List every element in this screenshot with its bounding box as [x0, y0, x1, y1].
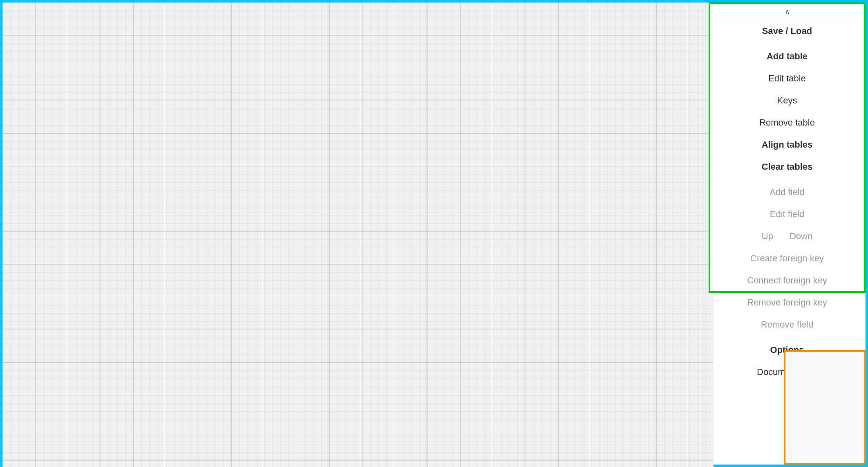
orange-box-content	[785, 352, 864, 463]
keys-button[interactable]: Keys	[710, 90, 864, 112]
edit-table-button[interactable]: Edit table	[710, 67, 864, 90]
save-load-button[interactable]: Save / Load	[710, 20, 864, 42]
up-down-row: Up Down	[710, 225, 864, 247]
connect-foreign-key-button[interactable]: Connect foreign key	[710, 269, 864, 292]
remove-foreign-key-button[interactable]: Remove foreign key	[710, 292, 864, 314]
add-field-button[interactable]: Add field	[710, 181, 864, 203]
orange-box-panel	[784, 350, 866, 465]
up-button[interactable]: Up	[762, 231, 773, 242]
chevron-up-icon[interactable]: ∧	[710, 4, 864, 20]
sidebar-panel: ∧ Save / Load Add table Edit table Keys …	[709, 2, 866, 293]
add-table-button[interactable]: Add table	[710, 45, 864, 67]
edit-field-button[interactable]: Edit field	[710, 203, 864, 225]
align-tables-button[interactable]: Align tables	[710, 134, 864, 156]
clear-tables-button[interactable]: Clear tables	[710, 156, 864, 178]
remove-table-button[interactable]: Remove table	[710, 112, 864, 134]
main-container: ∧ Save / Load Add table Edit table Keys …	[0, 0, 868, 467]
down-button[interactable]: Down	[790, 231, 812, 242]
create-foreign-key-button[interactable]: Create foreign key	[710, 247, 864, 269]
canvas-area[interactable]	[2, 2, 714, 467]
remove-field-button[interactable]: Remove field	[710, 314, 864, 336]
